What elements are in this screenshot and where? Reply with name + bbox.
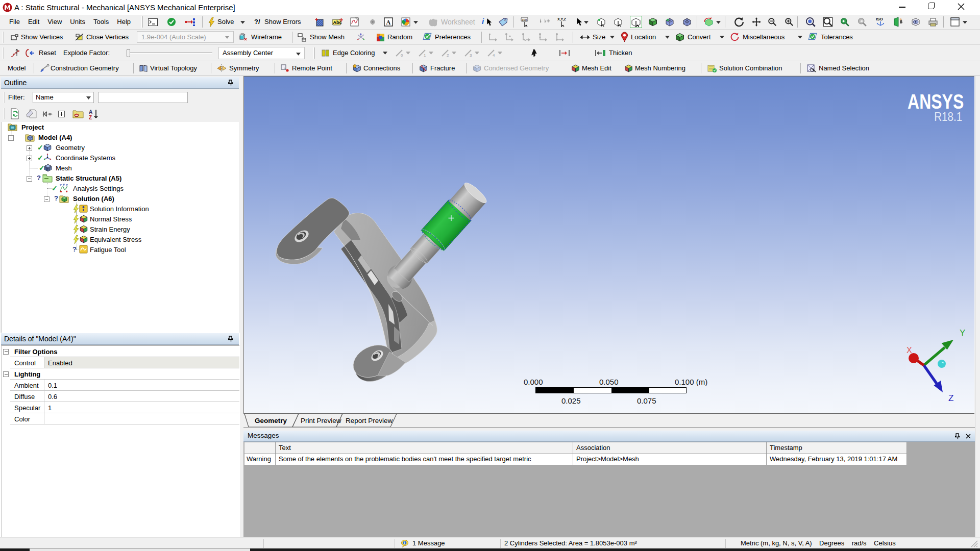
svg-text:Abc: Abc xyxy=(333,20,342,25)
svg-text:2: 2 xyxy=(447,53,449,57)
svg-text:Z: Z xyxy=(89,115,92,120)
svg-text:0: 0 xyxy=(401,53,403,57)
svg-text:Z: Z xyxy=(948,393,953,403)
svg-text:4: 4 xyxy=(493,53,495,57)
svg-text:Geometry: Geometry xyxy=(255,417,287,424)
svg-text:A: A xyxy=(386,19,391,26)
svg-text:ISO: ISO xyxy=(876,17,883,21)
svg-text:1: 1 xyxy=(424,53,426,57)
svg-text:Report Preview: Report Preview xyxy=(346,417,393,424)
svg-text:Y: Y xyxy=(960,328,965,338)
svg-text:Print Preview: Print Preview xyxy=(301,417,341,424)
svg-text:100: 100 xyxy=(522,18,527,21)
svg-text:A: A xyxy=(89,109,92,115)
svg-text:X: X xyxy=(906,346,912,355)
svg-text:X,Y,Z: X,Y,Z xyxy=(557,17,566,21)
svg-text:3: 3 xyxy=(470,53,472,57)
